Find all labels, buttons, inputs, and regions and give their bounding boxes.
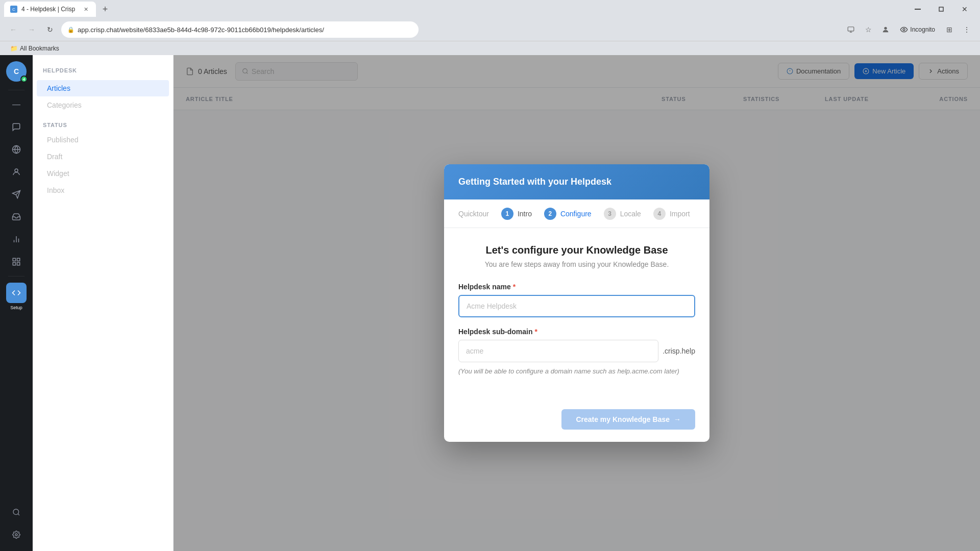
svg-point-16 <box>13 509 19 515</box>
inbox-icon <box>12 212 21 221</box>
send-icon <box>12 190 21 199</box>
helpdesk-name-input[interactable] <box>458 295 695 317</box>
forward-button[interactable]: → <box>24 22 39 37</box>
step-intro[interactable]: 1 Intro <box>495 199 538 228</box>
reload-button[interactable]: ↻ <box>43 22 57 37</box>
modal: Getting Started with your Helpdesk Quick… <box>444 164 709 442</box>
svg-rect-13 <box>17 258 20 261</box>
bookmark-folder-icon: 📁 <box>10 45 18 52</box>
step-configure-label: Configure <box>560 210 592 218</box>
minimize-window-button[interactable] <box>906 1 929 17</box>
step-intro-label: Intro <box>518 210 532 218</box>
nav-item-widget[interactable]: Widget <box>37 165 169 182</box>
sidebar-divider-2 <box>8 276 24 277</box>
bookmarks-folder[interactable]: 📁 All Bookmarks <box>6 44 63 53</box>
modal-main-title: Let's configure your Knowledge Base <box>458 244 695 256</box>
step-locale-label: Locale <box>620 210 641 218</box>
subdomain-input[interactable] <box>458 340 658 362</box>
step-quicktour-label: Quicktour <box>458 210 489 218</box>
avatar-text: C <box>14 67 19 76</box>
sidebar-item-inbox[interactable] <box>6 207 27 227</box>
svg-rect-0 <box>915 9 921 10</box>
nav-item-categories[interactable]: Categories <box>37 97 169 113</box>
sidebar-item-chat[interactable] <box>6 117 27 137</box>
left-nav: HELPDESK Articles Categories STATUS Publ… <box>33 55 174 551</box>
step-quicktour[interactable]: Quicktour <box>458 199 495 228</box>
step-import-label: Import <box>670 210 690 218</box>
create-button-arrow: → <box>674 415 681 423</box>
cast-icon[interactable] <box>844 22 858 37</box>
helpdesk-name-label: Helpdesk name * <box>458 283 695 291</box>
step-locale-num: 3 <box>604 208 616 220</box>
nav-item-inbox[interactable]: Inbox <box>37 182 169 198</box>
subdomain-label: Helpdesk sub-domain * <box>458 328 695 336</box>
chat-icon <box>12 122 21 132</box>
svg-point-3 <box>885 27 887 30</box>
sidebar-item-setup[interactable]: Setup <box>6 283 27 303</box>
globe-icon <box>12 145 21 154</box>
dashboard-icon <box>12 257 21 266</box>
svg-rect-2 <box>848 27 854 31</box>
main-content: 0 Articles Search Documentation New Arti… <box>174 55 980 551</box>
notification-badge: 4 <box>20 76 28 83</box>
nav-item-articles[interactable]: Articles <box>37 80 169 96</box>
step-locale[interactable]: 3 Locale <box>598 199 647 228</box>
sidebar-item-dashboard[interactable] <box>6 252 27 272</box>
modal-footer: Create my Knowledge Base → <box>444 401 709 442</box>
sidebar-divider-1 <box>8 90 24 90</box>
modal-overlay: Getting Started with your Helpdesk Quick… <box>174 55 980 551</box>
status-section-title: STATUS <box>33 114 173 131</box>
tab-close-button[interactable]: ✕ <box>82 5 90 13</box>
subdomain-group: Helpdesk sub-domain * .crisp.help (You w… <box>458 328 695 377</box>
svg-point-6 <box>15 169 18 172</box>
url-text: app.crisp.chat/website/6833ae5b-844d-4c9… <box>78 26 324 34</box>
modal-body: Let's configure your Knowledge Base You … <box>444 228 709 401</box>
contacts-icon <box>12 167 21 177</box>
lock-icon: 🔒 <box>67 27 75 33</box>
svg-rect-14 <box>13 263 15 265</box>
svg-rect-15 <box>17 263 20 265</box>
svg-point-4 <box>903 29 905 31</box>
nav-item-published[interactable]: Published <box>37 132 169 148</box>
subdomain-required: * <box>534 328 537 336</box>
subdomain-suffix: .crisp.help <box>663 347 695 355</box>
svg-point-18 <box>15 534 17 536</box>
tab-favicon: C <box>10 6 17 13</box>
sidebar-item-send[interactable] <box>6 184 27 205</box>
new-tab-button[interactable]: + <box>98 2 112 16</box>
setup-label: Setup <box>10 305 22 310</box>
subdomain-wrapper: .crisp.help <box>458 340 695 362</box>
sidebar-item-contacts[interactable] <box>6 162 27 182</box>
step-import[interactable]: 4 Import <box>647 199 696 228</box>
user-avatar[interactable]: C 4 <box>6 61 27 82</box>
close-window-button[interactable]: ✕ <box>953 1 976 17</box>
modal-title: Getting Started with your Helpdesk <box>458 177 695 187</box>
sidebar-item-minimize[interactable]: — <box>6 94 27 115</box>
sidebar-item-settings[interactable] <box>6 524 27 545</box>
analytics-icon <box>12 235 21 244</box>
nav-item-draft[interactable]: Draft <box>37 148 169 165</box>
modal-subtitle: You are few steps away from using your K… <box>458 260 695 268</box>
setup-icon <box>12 288 21 297</box>
bookmarks-label: All Bookmarks <box>20 45 59 52</box>
sidebar-item-analytics[interactable] <box>6 229 27 249</box>
maximize-window-button[interactable] <box>930 1 952 17</box>
bookmark-icon[interactable]: ☆ <box>861 22 875 37</box>
menu-icon[interactable]: ⋮ <box>960 22 974 37</box>
helpdesk-section-title: HELPDESK <box>43 67 77 73</box>
extensions-icon[interactable]: ⊞ <box>942 22 957 37</box>
profile-icon[interactable] <box>878 22 893 37</box>
tab-title: 4 - Helpdesk | Crisp <box>21 6 75 13</box>
svg-rect-1 <box>939 7 943 11</box>
back-button[interactable]: ← <box>6 22 20 37</box>
step-configure[interactable]: 2 Configure <box>538 199 598 228</box>
helpdesk-name-group: Helpdesk name * <box>458 283 695 317</box>
sidebar-item-globe[interactable] <box>6 139 27 160</box>
browser-tab[interactable]: C 4 - Helpdesk | Crisp ✕ <box>4 2 96 17</box>
settings-icon <box>12 531 20 539</box>
sidebar-item-search[interactable] <box>6 502 27 522</box>
address-bar[interactable]: 🔒 app.crisp.chat/website/6833ae5b-844d-4… <box>61 21 419 38</box>
svg-line-17 <box>18 514 19 515</box>
svg-rect-12 <box>13 258 15 261</box>
create-knowledge-base-button[interactable]: Create my Knowledge Base → <box>561 409 695 430</box>
